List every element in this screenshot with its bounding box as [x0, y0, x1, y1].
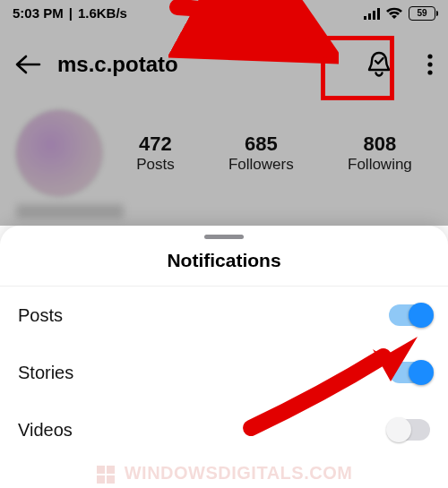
profile-avatar[interactable]: [16, 110, 102, 196]
profile-name-redacted: [16, 204, 124, 218]
notif-toggle-videos[interactable]: [389, 419, 430, 441]
svg-rect-2: [373, 11, 375, 20]
notif-toggle-stories[interactable]: [389, 362, 430, 383]
notif-toggle-posts[interactable]: [389, 304, 430, 326]
stat-following[interactable]: 808 Following: [348, 133, 412, 174]
status-bar: 5:03 PM | 1.6KB/s 59: [0, 0, 448, 24]
profile-username[interactable]: ms.c.potato: [57, 52, 339, 77]
svg-rect-0: [364, 16, 366, 20]
sheet-grabber[interactable]: [204, 235, 244, 239]
wifi-icon: [385, 7, 403, 20]
battery-pct: 59: [417, 8, 426, 18]
svg-point-5: [427, 62, 432, 66]
stat-posts[interactable]: 472 Posts: [136, 133, 175, 174]
signal-icon: [364, 7, 380, 20]
svg-rect-1: [368, 13, 371, 20]
status-netspeed: 1.6KB/s: [78, 5, 127, 21]
stat-followers[interactable]: 685 Followers: [228, 133, 294, 174]
stat-followers-label: Followers: [228, 156, 294, 174]
status-time: 5:03 PM: [13, 5, 64, 21]
notifications-bell-button[interactable]: [355, 40, 403, 89]
battery-icon: 59: [409, 6, 435, 21]
notif-row-posts: Posts: [0, 287, 448, 344]
back-button[interactable]: [14, 54, 41, 75]
stat-posts-count: 472: [136, 133, 175, 156]
more-options-button[interactable]: [426, 53, 434, 76]
stat-followers-count: 685: [228, 133, 294, 156]
notif-row-stories: Stories: [0, 344, 448, 401]
status-sep: |: [69, 5, 73, 21]
notifications-sheet: Notifications Posts Stories Videos: [0, 226, 448, 488]
svg-rect-3: [377, 8, 380, 20]
stat-posts-label: Posts: [136, 156, 175, 174]
svg-point-6: [427, 70, 432, 74]
notif-label-stories: Stories: [18, 363, 73, 383]
notif-label-videos: Videos: [18, 420, 73, 441]
stat-following-label: Following: [348, 156, 412, 174]
svg-point-4: [427, 54, 432, 58]
notif-label-posts: Posts: [18, 305, 63, 326]
notif-row-videos: Videos: [0, 401, 448, 458]
sheet-title: Notifications: [0, 250, 448, 287]
stat-following-count: 808: [348, 133, 412, 156]
